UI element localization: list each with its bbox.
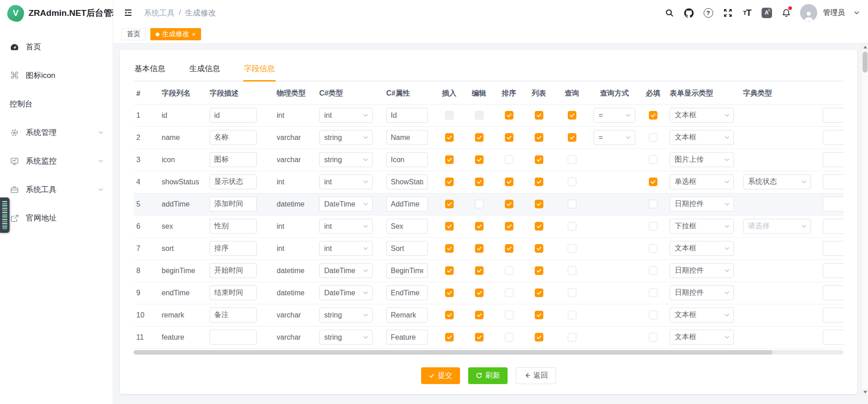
sort-checkbox[interactable] <box>505 178 513 186</box>
extra-input[interactable] <box>823 285 844 300</box>
vertical-scrollbar-thumb[interactable] <box>863 52 868 72</box>
extra-input[interactable] <box>823 308 844 322</box>
breadcrumb-parent[interactable]: 系统工具 <box>144 8 175 18</box>
sidebar-item-console[interactable]: 控制台 <box>0 90 113 118</box>
list-checkbox[interactable] <box>535 289 543 297</box>
insert-checkbox[interactable] <box>445 155 454 164</box>
cs-attr-input[interactable] <box>386 308 428 322</box>
required-checkbox[interactable] <box>649 133 657 142</box>
column-desc-input[interactable] <box>210 263 257 278</box>
required-checkbox[interactable] <box>649 289 657 297</box>
edit-checkbox[interactable] <box>475 244 484 253</box>
insert-checkbox[interactable] <box>445 222 454 231</box>
column-desc-input[interactable] <box>210 241 257 256</box>
extra-input[interactable] <box>823 197 844 212</box>
column-desc-input[interactable] <box>210 152 257 167</box>
cs-type-select[interactable]: int <box>319 174 373 189</box>
column-desc-input[interactable] <box>210 174 257 189</box>
cs-type-select[interactable]: DateTime <box>319 197 373 212</box>
cs-type-select[interactable]: DateTime <box>319 263 373 278</box>
form-type-select[interactable]: 日期控件 <box>670 285 734 300</box>
tag-active-page[interactable]: 生成修改 × <box>150 28 201 40</box>
sidebar-item-system-tools[interactable]: 系统工具 <box>0 175 113 204</box>
cs-type-select[interactable]: string <box>319 308 373 322</box>
cs-type-select[interactable]: int <box>319 241 373 256</box>
query-checkbox[interactable] <box>568 178 576 186</box>
insert-checkbox[interactable] <box>445 111 454 120</box>
form-type-select[interactable]: 文本框 <box>670 130 734 145</box>
query-checkbox[interactable] <box>568 333 576 341</box>
sort-checkbox[interactable] <box>505 333 513 341</box>
form-type-select[interactable]: 日期控件 <box>670 197 734 212</box>
list-checkbox[interactable] <box>535 333 543 341</box>
required-checkbox[interactable] <box>649 266 657 275</box>
form-type-select[interactable]: 单选框 <box>670 174 734 189</box>
scroll-down-arrow[interactable] <box>862 389 868 396</box>
required-checkbox[interactable] <box>649 311 657 319</box>
sort-checkbox[interactable] <box>505 311 513 319</box>
cs-attr-input[interactable] <box>386 108 428 123</box>
edit-checkbox[interactable] <box>475 333 484 341</box>
query-checkbox[interactable] <box>568 289 576 297</box>
list-checkbox[interactable] <box>535 244 543 253</box>
edit-checkbox[interactable] <box>475 133 484 142</box>
extra-input[interactable] <box>823 130 844 145</box>
edit-checkbox[interactable] <box>475 155 484 164</box>
query-checkbox[interactable] <box>568 111 576 120</box>
list-checkbox[interactable] <box>535 200 543 208</box>
tag-home[interactable]: 首页 <box>121 28 146 40</box>
form-type-select[interactable]: 日期控件 <box>670 263 734 278</box>
cs-attr-input[interactable] <box>386 263 428 278</box>
list-checkbox[interactable] <box>535 266 543 275</box>
form-type-select[interactable]: 文本框 <box>670 330 734 345</box>
required-checkbox[interactable] <box>649 200 657 208</box>
cs-attr-input[interactable] <box>386 174 428 189</box>
edit-checkbox[interactable] <box>475 266 484 275</box>
sidebar-item-official-site[interactable]: 官网地址 <box>0 204 113 232</box>
query-checkbox[interactable] <box>568 266 576 275</box>
back-button[interactable]: 返回 <box>516 367 556 384</box>
search-icon[interactable] <box>664 7 675 18</box>
form-type-select[interactable]: 下拉框 <box>670 219 734 234</box>
tag-close-icon[interactable]: × <box>192 31 196 38</box>
required-checkbox[interactable] <box>649 244 657 253</box>
cs-attr-input[interactable] <box>386 219 428 234</box>
column-desc-input[interactable] <box>210 197 257 212</box>
cs-type-select[interactable]: int <box>319 108 373 123</box>
list-checkbox[interactable] <box>535 178 543 186</box>
cs-attr-input[interactable] <box>386 330 428 345</box>
sidebar-collapse-icon[interactable] <box>122 7 134 19</box>
cs-attr-input[interactable] <box>386 197 428 212</box>
form-type-select[interactable]: 文本框 <box>670 241 734 256</box>
column-desc-input[interactable] <box>210 219 257 234</box>
insert-checkbox[interactable] <box>445 178 454 186</box>
column-desc-input[interactable] <box>210 108 257 123</box>
help-icon[interactable]: ? <box>703 7 714 18</box>
query-checkbox[interactable] <box>568 244 576 253</box>
form-type-select[interactable]: 文本框 <box>670 308 734 322</box>
required-checkbox[interactable] <box>649 222 657 231</box>
user-menu-chevron-icon[interactable] <box>854 10 860 16</box>
insert-checkbox[interactable] <box>445 266 454 275</box>
required-checkbox[interactable] <box>649 111 657 120</box>
cs-attr-input[interactable] <box>386 241 428 256</box>
sort-checkbox[interactable] <box>505 289 513 297</box>
edit-checkbox[interactable] <box>475 200 484 208</box>
extra-input[interactable] <box>823 152 844 167</box>
debug-console-handle[interactable] <box>0 197 10 233</box>
sort-checkbox[interactable] <box>505 222 513 231</box>
app-logo[interactable]: V ZRAdmin.NET后台管理 <box>0 0 113 26</box>
dict-type-select[interactable]: 请选择 <box>743 219 811 234</box>
required-checkbox[interactable] <box>649 333 657 341</box>
tab-generate-info[interactable]: 生成信息 <box>188 59 221 81</box>
font-size-icon[interactable]: TT <box>742 7 753 18</box>
edit-checkbox[interactable] <box>475 178 484 186</box>
extra-input[interactable] <box>823 219 844 234</box>
cs-type-select[interactable]: int <box>319 219 373 234</box>
tab-field-info[interactable]: 字段信息 <box>243 59 276 81</box>
list-checkbox[interactable] <box>535 222 543 231</box>
scroll-up-arrow[interactable] <box>862 43 868 51</box>
column-desc-input[interactable] <box>210 285 257 300</box>
refresh-button[interactable]: 刷新 <box>468 367 508 384</box>
insert-checkbox[interactable] <box>445 244 454 253</box>
